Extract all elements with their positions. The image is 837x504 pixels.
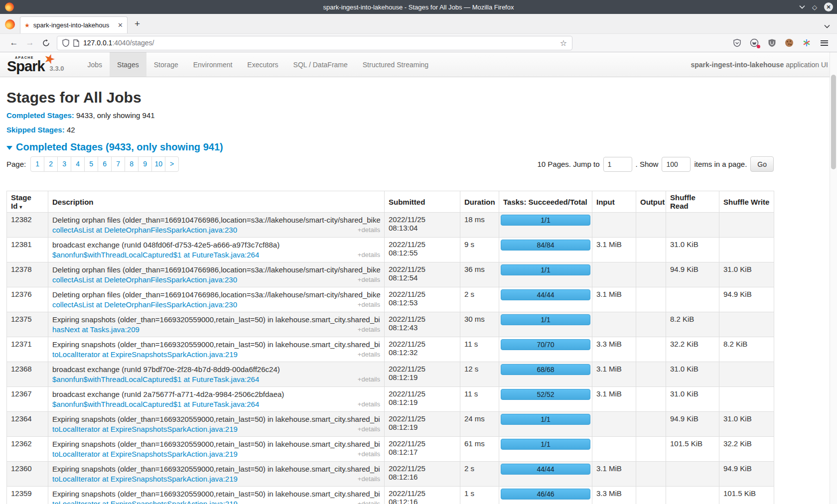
col-header-output[interactable]: Output (636, 191, 666, 213)
cell-duration: 2 s (460, 287, 499, 312)
new-tab-button[interactable]: + (135, 18, 140, 29)
tasks-progress-bar: 70/70 (501, 339, 590, 350)
forward-button: → (22, 38, 38, 48)
scrollbar-thumb[interactable] (831, 75, 836, 169)
details-toggle[interactable]: +details (358, 474, 380, 484)
nav-item-storage[interactable]: Storage (146, 52, 186, 77)
url-text[interactable]: 127.0.0.1:4040/stages/ (83, 39, 556, 47)
page-button-2[interactable]: 2 (44, 156, 58, 172)
details-toggle[interactable]: +details (358, 225, 380, 235)
shield-permissions-icon[interactable] (62, 39, 69, 47)
cell-duration: 30 ms (460, 312, 499, 337)
stage-callsite-link[interactable]: collectAsList at DeleteOrphanFilesSparkA… (52, 225, 237, 235)
table-row: 12364Expiring snapshots (older_than=1669… (7, 412, 774, 437)
stage-callsite-link[interactable]: collectAsList at DeleteOrphanFilesSparkA… (52, 300, 237, 310)
details-toggle[interactable]: +details (358, 399, 380, 409)
details-toggle[interactable]: +details (358, 449, 380, 459)
page-title: Stages for All Jobs (6, 89, 780, 106)
col-header-input[interactable]: Input (592, 191, 636, 213)
page-button-4[interactable]: 4 (71, 156, 85, 172)
completed-stages-label[interactable]: Completed Stages: (6, 111, 74, 120)
cell-duration: 11 s (460, 337, 499, 362)
nav-item-executors[interactable]: Executors (240, 52, 285, 77)
details-toggle[interactable]: +details (358, 275, 380, 285)
extension-asterisk-icon[interactable] (802, 38, 812, 48)
page-button-5[interactable]: 5 (84, 156, 98, 172)
stage-callsite-link[interactable]: toLocalIterator at ExpireSnapshotsSparkA… (52, 424, 238, 434)
details-toggle[interactable]: +details (358, 375, 380, 384)
completed-stages-section-header[interactable]: Completed Stages (9433, only showing 941… (6, 141, 780, 153)
page-button-8[interactable]: 8 (125, 156, 139, 172)
details-toggle[interactable]: +details (358, 350, 380, 360)
stage-description-text: Expiring snapshots (older_than=166932055… (52, 414, 380, 424)
proxy-mask-icon[interactable] (749, 38, 759, 48)
cookie-icon[interactable] (784, 38, 794, 48)
cell-submitted: 2022/11/25 08:12:53 (385, 287, 460, 312)
col-header-duration[interactable]: Duration (460, 191, 499, 213)
col-header-shuffle-read[interactable]: Shuffle Read (666, 191, 719, 213)
nav-item-structured-streaming[interactable]: Structured Streaming (355, 52, 436, 77)
list-tabs-chevron-icon[interactable] (824, 24, 830, 28)
details-toggle[interactable]: +details (358, 300, 380, 310)
url-bar[interactable]: 127.0.0.1:4040/stages/ ☆ (57, 36, 572, 50)
stage-description-text: broadcast exchange (runId 97bdf70e-2f28-… (52, 365, 380, 375)
stage-callsite-link[interactable]: toLocalIterator at ExpireSnapshotsSparkA… (52, 449, 238, 459)
cell-description: Expiring snapshots (older_than=166932055… (48, 312, 385, 337)
details-toggle[interactable]: +details (358, 325, 380, 335)
details-toggle[interactable]: +details (358, 250, 380, 260)
pocket-shield-icon[interactable] (732, 38, 742, 48)
page-info-icon[interactable] (73, 39, 79, 47)
page-button-3[interactable]: 3 (57, 156, 71, 172)
cell-stage-id: 12371 (7, 337, 48, 362)
cell-shuffle-write: 31.0 KiB (719, 262, 774, 287)
page-button-1[interactable]: 1 (30, 156, 44, 172)
page-button-10[interactable]: 10 (151, 156, 165, 172)
col-header-stage-id[interactable]: Stage Id▾ (7, 191, 48, 213)
cell-input (592, 262, 636, 287)
col-header-description[interactable]: Description (48, 191, 385, 213)
stage-callsite-link[interactable]: $anonfun$withThreadLocalCaptured$1 at Fu… (52, 250, 259, 260)
details-toggle[interactable]: +details (358, 424, 380, 434)
collapse-triangle-icon (6, 146, 12, 150)
details-toggle[interactable]: +details (358, 499, 380, 504)
stage-callsite-link[interactable]: toLocalIterator at ExpireSnapshotsSparkA… (52, 350, 238, 360)
nav-item-sql-dataframe[interactable]: SQL / DataFrame (286, 52, 355, 77)
nav-item-jobs[interactable]: Jobs (80, 52, 110, 77)
tasks-progress-bar: 44/44 (501, 464, 590, 475)
page-button-6[interactable]: 6 (98, 156, 112, 172)
browser-tab-active[interactable]: ★ spark-ingest-into-lakehous ✕ (20, 16, 128, 33)
go-button[interactable]: Go (750, 156, 774, 172)
skipped-stages-label[interactable]: Skipped Stages: (6, 126, 65, 134)
page-scrollbar[interactable] (830, 52, 837, 504)
stage-callsite-link[interactable]: $anonfun$withThreadLocalCaptured$1 at Fu… (52, 375, 259, 384)
nav-item-environment[interactable]: Environment (186, 52, 240, 77)
stage-callsite-link[interactable]: collectAsList at DeleteOrphanFilesSparkA… (52, 275, 237, 285)
window-close-icon[interactable]: ✕ (824, 2, 833, 11)
page-button-9[interactable]: 9 (138, 156, 152, 172)
cell-input: 3.3 MiB (592, 487, 636, 504)
nav-item-stages[interactable]: Stages (110, 52, 146, 77)
back-button[interactable]: ← (6, 38, 22, 48)
items-per-page-input[interactable] (662, 157, 691, 172)
cell-output (636, 312, 666, 337)
window-maximize-icon[interactable]: ◇ (812, 4, 817, 10)
tab-close-icon[interactable]: ✕ (118, 21, 123, 29)
cell-stage-id: 12381 (7, 238, 48, 262)
col-header-tasks-succeeded-total[interactable]: Tasks: Succeeded/Total (499, 191, 592, 213)
spark-logo[interactable]: APACHE Spark ★ 3.3.0 (0, 52, 73, 77)
bookmark-star-icon[interactable]: ☆ (560, 38, 567, 48)
stage-callsite-link[interactable]: toLocalIterator at ExpireSnapshotsSparkA… (52, 474, 238, 484)
page-button-7[interactable]: 7 (111, 156, 125, 172)
col-header-submitted[interactable]: Submitted (385, 191, 460, 213)
window-minimize-icon[interactable] (799, 5, 805, 9)
stage-callsite-link[interactable]: toLocalIterator at ExpireSnapshotsSparkA… (52, 499, 238, 504)
stage-callsite-link[interactable]: hasNext at Tasks.java:209 (52, 325, 140, 335)
menu-hamburger-icon[interactable] (819, 38, 829, 48)
stage-callsite-link[interactable]: $anonfun$withThreadLocalCaptured$1 at Fu… (52, 399, 259, 409)
next-page-button[interactable]: > (165, 156, 179, 172)
ublock-shield-icon[interactable] (767, 38, 777, 48)
jump-to-page-input[interactable] (603, 157, 632, 172)
col-header-shuffle-write[interactable]: Shuffle Write (719, 191, 774, 213)
stage-description-text: Deleting orphan files (older_than=166910… (52, 265, 380, 275)
reload-button[interactable] (38, 39, 54, 47)
